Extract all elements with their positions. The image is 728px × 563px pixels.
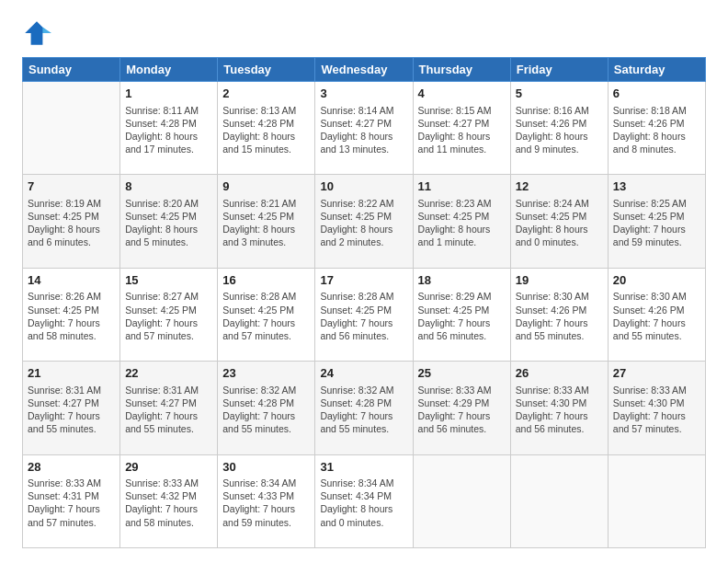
day-info: Sunrise: 8:20 AM Sunset: 4:25 PM Dayligh…: [125, 197, 212, 249]
day-number: 27: [613, 365, 700, 382]
calendar-cell: 26Sunrise: 8:33 AM Sunset: 4:30 PM Dayli…: [510, 362, 608, 454]
day-info: Sunrise: 8:16 AM Sunset: 4:26 PM Dayligh…: [516, 104, 603, 156]
day-info: Sunrise: 8:18 AM Sunset: 4:26 PM Dayligh…: [613, 104, 700, 156]
day-info: Sunrise: 8:33 AM Sunset: 4:30 PM Dayligh…: [516, 384, 603, 436]
weekday-header-row: SundayMondayTuesdayWednesdayThursdayFrid…: [23, 58, 706, 82]
logo-icon: [22, 18, 51, 48]
day-number: 29: [125, 459, 212, 476]
calendar-cell: 13Sunrise: 8:25 AM Sunset: 4:25 PM Dayli…: [608, 175, 705, 268]
day-number: 30: [222, 459, 310, 476]
day-number: 19: [516, 272, 603, 289]
day-number: 3: [320, 86, 407, 102]
calendar-week-row: 1Sunrise: 8:11 AM Sunset: 4:28 PM Daylig…: [23, 82, 706, 175]
calendar-week-row: 7Sunrise: 8:19 AM Sunset: 4:25 PM Daylig…: [23, 175, 706, 268]
day-info: Sunrise: 8:19 AM Sunset: 4:25 PM Dayligh…: [28, 197, 115, 249]
day-info: Sunrise: 8:23 AM Sunset: 4:25 PM Dayligh…: [418, 197, 506, 249]
day-number: 13: [613, 178, 700, 195]
day-info: Sunrise: 8:33 AM Sunset: 4:31 PM Dayligh…: [28, 477, 115, 529]
day-info: Sunrise: 8:33 AM Sunset: 4:29 PM Dayligh…: [418, 384, 506, 436]
calendar-cell: 23Sunrise: 8:32 AM Sunset: 4:28 PM Dayli…: [218, 362, 315, 454]
day-number: 7: [28, 178, 115, 195]
day-number: 21: [28, 365, 115, 382]
calendar-week-row: 21Sunrise: 8:31 AM Sunset: 4:27 PM Dayli…: [23, 362, 706, 454]
day-info: Sunrise: 8:30 AM Sunset: 4:26 PM Dayligh…: [516, 290, 603, 342]
calendar-cell: [608, 454, 705, 547]
day-number: 16: [222, 272, 310, 289]
day-number: 26: [516, 365, 603, 382]
page: SundayMondayTuesdayWednesdayThursdayFrid…: [0, 0, 728, 563]
day-number: 22: [125, 365, 212, 382]
calendar-cell: 22Sunrise: 8:31 AM Sunset: 4:27 PM Dayli…: [120, 362, 218, 454]
day-info: Sunrise: 8:21 AM Sunset: 4:25 PM Dayligh…: [222, 197, 310, 249]
calendar-cell: 15Sunrise: 8:27 AM Sunset: 4:25 PM Dayli…: [120, 268, 218, 361]
weekday-header-friday: Friday: [510, 58, 608, 82]
calendar-cell: 24Sunrise: 8:32 AM Sunset: 4:28 PM Dayli…: [315, 362, 413, 454]
day-number: 12: [516, 178, 603, 195]
day-number: 11: [418, 178, 506, 195]
day-info: Sunrise: 8:24 AM Sunset: 4:25 PM Dayligh…: [516, 197, 603, 249]
calendar-week-row: 28Sunrise: 8:33 AM Sunset: 4:31 PM Dayli…: [23, 454, 706, 547]
weekday-header-tuesday: Tuesday: [218, 58, 315, 82]
calendar-cell: 3Sunrise: 8:14 AM Sunset: 4:27 PM Daylig…: [315, 82, 413, 175]
day-info: Sunrise: 8:32 AM Sunset: 4:28 PM Dayligh…: [222, 384, 310, 436]
day-info: Sunrise: 8:25 AM Sunset: 4:25 PM Dayligh…: [613, 197, 700, 249]
weekday-header-saturday: Saturday: [608, 58, 705, 82]
calendar-cell: 25Sunrise: 8:33 AM Sunset: 4:29 PM Dayli…: [413, 362, 510, 454]
calendar-cell: 8Sunrise: 8:20 AM Sunset: 4:25 PM Daylig…: [120, 175, 218, 268]
calendar-cell: 12Sunrise: 8:24 AM Sunset: 4:25 PM Dayli…: [510, 175, 608, 268]
day-info: Sunrise: 8:34 AM Sunset: 4:34 PM Dayligh…: [320, 477, 407, 529]
day-info: Sunrise: 8:31 AM Sunset: 4:27 PM Dayligh…: [125, 384, 212, 436]
calendar-cell: 6Sunrise: 8:18 AM Sunset: 4:26 PM Daylig…: [608, 82, 705, 175]
calendar-cell: 30Sunrise: 8:34 AM Sunset: 4:33 PM Dayli…: [218, 454, 315, 547]
day-number: 25: [418, 365, 506, 382]
day-number: 8: [125, 178, 212, 195]
calendar-cell: 28Sunrise: 8:33 AM Sunset: 4:31 PM Dayli…: [23, 454, 120, 547]
calendar-cell: 4Sunrise: 8:15 AM Sunset: 4:27 PM Daylig…: [413, 82, 510, 175]
weekday-header-thursday: Thursday: [413, 58, 510, 82]
day-info: Sunrise: 8:29 AM Sunset: 4:25 PM Dayligh…: [418, 290, 506, 342]
logo: [22, 18, 55, 48]
calendar-table: SundayMondayTuesdayWednesdayThursdayFrid…: [22, 57, 706, 548]
day-info: Sunrise: 8:27 AM Sunset: 4:25 PM Dayligh…: [125, 290, 212, 342]
calendar-cell: 10Sunrise: 8:22 AM Sunset: 4:25 PM Dayli…: [315, 175, 413, 268]
calendar-cell: 14Sunrise: 8:26 AM Sunset: 4:25 PM Dayli…: [23, 268, 120, 361]
calendar-cell: 11Sunrise: 8:23 AM Sunset: 4:25 PM Dayli…: [413, 175, 510, 268]
day-info: Sunrise: 8:32 AM Sunset: 4:28 PM Dayligh…: [320, 384, 407, 436]
day-number: 20: [613, 272, 700, 289]
calendar-cell: 9Sunrise: 8:21 AM Sunset: 4:25 PM Daylig…: [218, 175, 315, 268]
day-info: Sunrise: 8:28 AM Sunset: 4:25 PM Dayligh…: [222, 290, 310, 342]
day-info: Sunrise: 8:30 AM Sunset: 4:26 PM Dayligh…: [613, 290, 700, 342]
calendar-cell: 29Sunrise: 8:33 AM Sunset: 4:32 PM Dayli…: [120, 454, 218, 547]
calendar-cell: 7Sunrise: 8:19 AM Sunset: 4:25 PM Daylig…: [23, 175, 120, 268]
calendar-cell: 18Sunrise: 8:29 AM Sunset: 4:25 PM Dayli…: [413, 268, 510, 361]
calendar-cell: 31Sunrise: 8:34 AM Sunset: 4:34 PM Dayli…: [315, 454, 413, 547]
day-info: Sunrise: 8:33 AM Sunset: 4:30 PM Dayligh…: [613, 384, 700, 436]
day-info: Sunrise: 8:26 AM Sunset: 4:25 PM Dayligh…: [28, 290, 115, 342]
day-number: 2: [222, 86, 310, 102]
day-number: 9: [222, 178, 310, 195]
day-number: 14: [28, 272, 115, 289]
header: [22, 18, 706, 48]
day-number: 15: [125, 272, 212, 289]
day-number: 31: [320, 459, 407, 476]
day-number: 28: [28, 459, 115, 476]
day-info: Sunrise: 8:11 AM Sunset: 4:28 PM Dayligh…: [125, 104, 212, 156]
calendar-cell: 16Sunrise: 8:28 AM Sunset: 4:25 PM Dayli…: [218, 268, 315, 361]
weekday-header-monday: Monday: [120, 58, 218, 82]
day-info: Sunrise: 8:22 AM Sunset: 4:25 PM Dayligh…: [320, 197, 407, 249]
calendar-week-row: 14Sunrise: 8:26 AM Sunset: 4:25 PM Dayli…: [23, 268, 706, 361]
weekday-header-sunday: Sunday: [23, 58, 120, 82]
weekday-header-wednesday: Wednesday: [315, 58, 413, 82]
day-number: 23: [222, 365, 310, 382]
day-number: 24: [320, 365, 407, 382]
day-number: 10: [320, 178, 407, 195]
calendar-cell: 27Sunrise: 8:33 AM Sunset: 4:30 PM Dayli…: [608, 362, 705, 454]
calendar-cell: 21Sunrise: 8:31 AM Sunset: 4:27 PM Dayli…: [23, 362, 120, 454]
calendar-cell: 17Sunrise: 8:28 AM Sunset: 4:25 PM Dayli…: [315, 268, 413, 361]
calendar-cell: 2Sunrise: 8:13 AM Sunset: 4:28 PM Daylig…: [218, 82, 315, 175]
calendar-cell: [23, 82, 120, 175]
day-info: Sunrise: 8:28 AM Sunset: 4:25 PM Dayligh…: [320, 290, 407, 342]
day-info: Sunrise: 8:33 AM Sunset: 4:32 PM Dayligh…: [125, 477, 212, 529]
calendar-cell: 5Sunrise: 8:16 AM Sunset: 4:26 PM Daylig…: [510, 82, 608, 175]
day-info: Sunrise: 8:15 AM Sunset: 4:27 PM Dayligh…: [418, 104, 506, 156]
